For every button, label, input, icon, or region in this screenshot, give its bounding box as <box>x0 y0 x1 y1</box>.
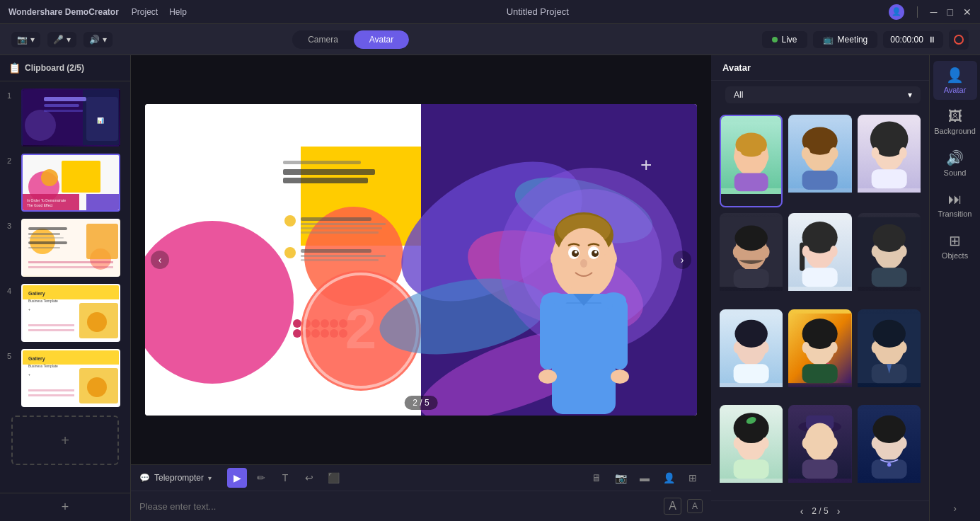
titlebar: Wondershare DemoCreator Project Help Unt… <box>0 0 980 24</box>
webcam-dropdown-arrow[interactable]: ▾ <box>30 35 35 45</box>
slides-list: 1 📊 2 <box>0 81 130 493</box>
font-increase-button[interactable]: A <box>664 498 681 515</box>
svg-rect-61 <box>301 259 379 261</box>
record-button[interactable] <box>949 30 969 50</box>
avatar-card-6[interactable] <box>858 213 921 303</box>
tp-loop-tool[interactable]: ↩ <box>299 468 319 488</box>
sidebar-item-avatar[interactable]: 👤 Avatar <box>933 61 977 100</box>
svg-text:📊: 📊 <box>97 117 104 124</box>
preview-container: 2 + <box>145 104 697 416</box>
close-button[interactable]: ✕ <box>963 6 972 18</box>
svg-point-154 <box>802 342 810 353</box>
next-page-button[interactable]: › <box>837 505 841 517</box>
tp-draw-tool[interactable]: ✏ <box>251 468 271 488</box>
avatar-card-8[interactable] <box>788 309 851 399</box>
page-info: 2 / 5 <box>812 506 828 516</box>
mic-group[interactable]: 🎤 ▾ <box>47 32 76 47</box>
live-button[interactable]: Live <box>762 31 807 48</box>
avatar-card-2[interactable] <box>788 115 851 207</box>
avatar-card-4[interactable] <box>720 213 783 303</box>
svg-text:+: + <box>28 372 30 377</box>
slide-thumb-1[interactable]: 📊 <box>21 88 120 147</box>
svg-point-62 <box>293 319 301 328</box>
teleprompter-label[interactable]: 💬 Teleprompter ▾ <box>139 473 212 483</box>
filter-select[interactable]: All ▾ <box>725 86 921 103</box>
slide-thumb-3[interactable] <box>21 219 120 277</box>
camera-button[interactable]: Camera <box>292 30 354 49</box>
slide-item-5[interactable]: 5 Gallery Business Template + <box>6 348 125 408</box>
svg-point-175 <box>830 437 838 449</box>
tp-screen-tool[interactable]: 🖥 <box>587 468 606 488</box>
minimize-button[interactable]: ─ <box>930 6 938 18</box>
webcam-group[interactable]: 📷 ▾ <box>11 32 40 47</box>
svg-rect-35 <box>28 329 74 331</box>
avatar-card-7[interactable] <box>720 309 783 399</box>
add-slide-button[interactable]: + <box>0 493 130 521</box>
slide-num-3: 3 <box>7 219 17 230</box>
right-sidebar: 👤 Avatar 🖼 Background 🔊 Sound ⏭ Transiti… <box>929 55 980 521</box>
teleprompter-icon: 💬 <box>139 473 150 483</box>
meeting-button[interactable]: 📺 Meeting <box>813 31 878 48</box>
menu-help[interactable]: Help <box>169 7 187 17</box>
sidebar-item-background[interactable]: 🖼 Background <box>933 103 977 141</box>
svg-point-122 <box>871 147 879 159</box>
prev-slide-button[interactable]: ‹ <box>151 251 169 269</box>
avatar-overlay <box>513 189 655 416</box>
slide-panel: 📋 Clipboard (2/5) 1 📊 <box>0 55 131 521</box>
avatar-card-5[interactable] <box>788 213 851 303</box>
user-avatar[interactable]: 👤 <box>889 4 904 20</box>
svg-rect-56 <box>301 227 382 229</box>
avatar-card-12[interactable] <box>858 405 921 495</box>
sidebar-item-sound[interactable]: 🔊 Sound <box>933 144 977 183</box>
svg-rect-130 <box>734 269 769 288</box>
tp-grid-tool[interactable]: ⊞ <box>683 468 703 488</box>
mic-dropdown-arrow[interactable]: ▾ <box>67 35 71 45</box>
svg-rect-55 <box>301 223 386 225</box>
slide-thumb-4[interactable]: Gallery Business Template + <box>21 284 120 342</box>
tp-layout-tool[interactable]: ▬ <box>635 468 655 488</box>
avatar-card-1[interactable] <box>720 115 783 207</box>
avatar-card-11[interactable] <box>788 405 851 495</box>
slide-item-2[interactable]: 2 In Order To Demonstrate The Good Effec… <box>6 152 125 213</box>
menu-project[interactable]: Project <box>132 7 158 17</box>
slide-item-4[interactable]: 4 Gallery Business Template + <box>6 282 125 343</box>
avatar-tab-label[interactable]: Avatar <box>722 62 751 73</box>
speaker-dropdown-arrow[interactable]: ▾ <box>103 35 107 45</box>
add-slide-placeholder[interactable]: + <box>11 416 119 465</box>
avatar-card-10[interactable] <box>720 405 783 495</box>
font-decrease-button[interactable]: A <box>687 499 703 513</box>
svg-point-161 <box>899 342 907 353</box>
teleprompter-input[interactable] <box>131 496 655 517</box>
sidebar-expand-arrow[interactable]: › <box>953 503 957 514</box>
tp-camera-small-tool[interactable]: 📷 <box>611 468 630 488</box>
avatars-grid <box>711 109 929 500</box>
svg-rect-137 <box>802 268 838 287</box>
next-slide-button[interactable]: › <box>673 251 691 269</box>
svg-point-110 <box>734 151 742 163</box>
slide-thumb-2[interactable]: In Order To Demonstrate The Good Effect <box>21 154 120 212</box>
titlebar-menu: Project Help <box>132 7 187 17</box>
svg-rect-176 <box>802 459 838 479</box>
avatar-card-3[interactable] <box>858 115 921 207</box>
teleprompter-dropdown-arrow[interactable]: ▾ <box>208 474 212 482</box>
svg-rect-59 <box>301 249 371 253</box>
prev-page-button[interactable]: ‹ <box>800 505 804 517</box>
slide-thumb-5[interactable]: Gallery Business Template + <box>21 349 120 407</box>
maximize-button[interactable]: □ <box>947 6 953 18</box>
tp-pointer-tool[interactable]: ▶ <box>227 468 247 488</box>
svg-rect-11 <box>62 161 100 193</box>
slide-item-1[interactable]: 1 📊 <box>6 87 125 148</box>
svg-text:+: + <box>640 154 652 176</box>
sidebar-item-objects[interactable]: ⊞ Objects <box>933 227 977 265</box>
filter-row: All ▾ <box>711 81 929 109</box>
sidebar-item-transition[interactable]: ⏭ Transition <box>933 185 977 224</box>
slide-item-3[interactable]: 3 <box>6 217 125 278</box>
svg-point-97 <box>550 250 563 267</box>
speaker-group[interactable]: 🔊 ▾ <box>83 32 113 47</box>
tp-media-tool[interactable]: ⬛ <box>323 468 343 488</box>
tp-text-tool[interactable]: T <box>275 468 295 488</box>
avatar-button[interactable]: Avatar <box>354 30 409 49</box>
tp-person-tool[interactable]: 👤 <box>659 468 679 488</box>
avatar-card-9[interactable] <box>858 309 921 399</box>
svg-point-68 <box>293 329 301 338</box>
